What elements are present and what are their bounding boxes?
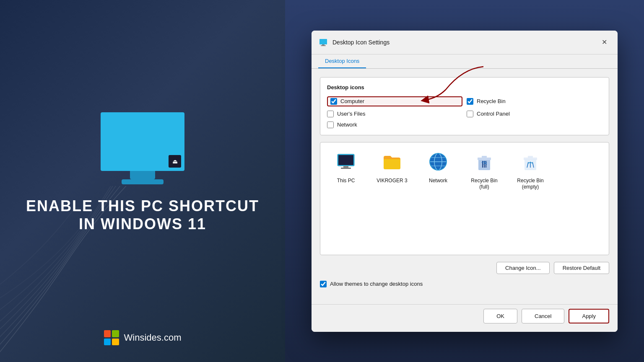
icon-label-network: Network [429,178,447,184]
checkbox-item-users-files[interactable]: User's Files [327,111,462,117]
checkbox-control-panel[interactable] [467,111,473,117]
checkboxes-grid: Computer Recycle Bin User's Files [327,96,602,128]
icon-item-recycle-bin-empty[interactable]: Recycle Bin (empty) [512,149,549,191]
svg-rect-6 [341,168,351,169]
desktop-icons-section: Desktop icons Computer Recycle Bin [320,77,609,135]
brand-container: Winsides.com [104,330,182,345]
right-panel: Desktop Icon Settings ✕ Desktop Icons [285,0,644,362]
icon-item-this-pc[interactable]: This PC [327,149,365,184]
dialog-title: Desktop Icon Settings [332,39,593,46]
checkbox-recycle-bin[interactable] [467,98,473,105]
recycle-bin-empty-icon [520,152,540,172]
checkbox-label-computer: Computer [340,98,364,104]
checkbox-label-recycle-bin: Recycle Bin [477,98,506,104]
icon-item-recycle-bin-full[interactable]: Recycle Bin (full) [465,149,503,191]
monitor-screen: ⏏ [101,112,184,171]
this-pc-icon-container [333,149,358,174]
allow-themes-section[interactable]: Allow themes to change desktop icons [320,281,609,287]
network-icon-container [426,149,451,174]
checkbox-item-recycle-bin[interactable]: Recycle Bin [467,96,602,106]
dialog-footer: OK Cancel Apply [312,304,618,332]
cancel-button[interactable]: Cancel [522,309,564,323]
monitor-icon: ⏏ [169,155,181,168]
icons-preview-area: This PC VIKROGER 3 [320,142,609,255]
close-button[interactable]: ✕ [597,36,611,49]
change-icon-button[interactable]: Change Icon... [496,262,550,274]
recycle-bin-empty-icon-container [518,149,543,174]
desktop-icon-settings-dialog: Desktop Icon Settings ✕ Desktop Icons [312,31,618,332]
svg-rect-1 [322,44,325,45]
apply-button[interactable]: Apply [569,309,609,323]
icon-label-recycle-bin-full: Recycle Bin (full) [471,178,497,191]
this-pc-icon [336,152,356,172]
allow-themes-checkbox[interactable] [320,281,327,287]
monitor-stand [130,171,155,179]
folder-icon [382,152,402,172]
checkbox-label-network: Network [337,122,357,128]
checkboxes-section-wrapper: Desktop icons Computer Recycle Bin [320,77,609,135]
recycle-bin-full-icon [474,152,494,172]
section-title: Desktop icons [327,84,602,90]
svg-rect-17 [482,156,487,158]
monitor-base [122,179,164,184]
allow-themes-label: Allow themes to change desktop icons [330,281,423,287]
icon-item-network[interactable]: Network [419,149,457,184]
checkbox-item-control-panel[interactable]: Control Panel [467,111,602,117]
icon-item-vikroger3[interactable]: VIKROGER 3 [373,149,411,184]
icon-label-vikroger3: VIKROGER 3 [377,178,407,184]
recycle-bin-full-icon-container [472,149,497,174]
dialog-tabs: Desktop Icons [312,54,618,69]
network-icon [428,152,448,172]
tab-desktop-icons[interactable]: Desktop Icons [318,54,366,68]
vikroger3-icon-container [379,149,405,174]
icon-action-buttons: Change Icon... Restore Default [320,262,609,274]
svg-rect-0 [319,39,327,44]
monitor-illustration: ⏏ [101,112,184,184]
brand-text: Winsides.com [124,332,182,343]
checkbox-users-files[interactable] [327,111,334,117]
checkbox-label-control-panel: Control Panel [477,111,510,117]
icon-label-this-pc: This PC [337,178,355,184]
left-panel: ⏏ ENABLE THIS PC SHORTCUT IN WINDOWS 11 … [0,0,285,362]
icon-label-recycle-bin-empty: Recycle Bin (empty) [517,178,543,191]
checkbox-network[interactable] [327,122,334,128]
svg-rect-20 [528,156,533,158]
dialog-title-icon [318,37,328,47]
checkbox-computer[interactable] [330,98,337,105]
icons-row: This PC VIKROGER 3 [327,149,602,191]
svg-rect-2 [321,45,326,46]
svg-rect-7 [338,155,353,165]
ok-button[interactable]: OK [483,309,517,323]
svg-rect-5 [343,166,348,168]
checkbox-label-users-files: User's Files [337,111,366,117]
dialog-body: Desktop icons Computer Recycle Bin [312,69,618,304]
restore-default-button[interactable]: Restore Default [554,262,609,274]
dialog-titlebar: Desktop Icon Settings ✕ [312,31,618,54]
windows-logo [104,330,119,345]
checkbox-item-network[interactable]: Network [327,122,462,128]
checkbox-item-computer[interactable]: Computer [327,96,462,106]
